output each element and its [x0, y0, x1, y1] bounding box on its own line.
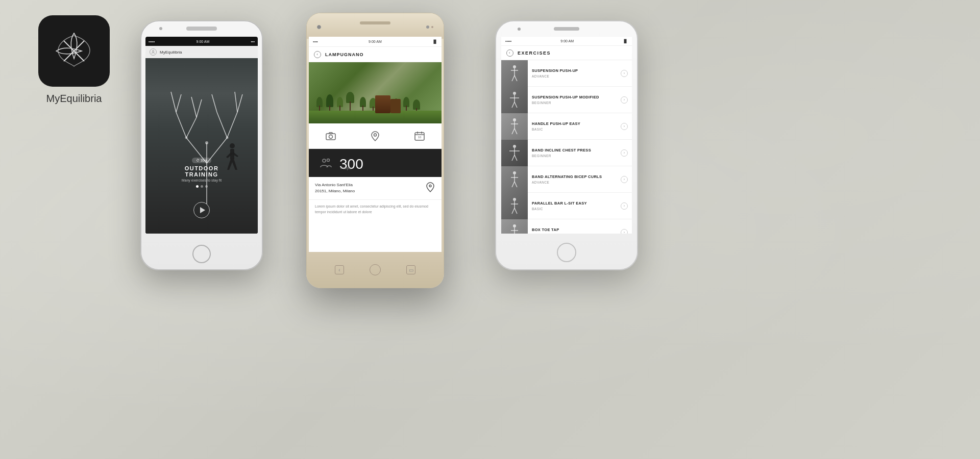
dot-3: [205, 185, 208, 188]
exercise-figure-1: [507, 64, 522, 83]
exercise-chevron-4[interactable]: ›: [621, 149, 628, 157]
exercise-chevron-3[interactable]: ›: [621, 123, 628, 130]
people-section: 300 People: [309, 149, 442, 177]
iphone-screen-left: ••••• 9:00 AM ▪▪▪ MyEquilibria: [145, 37, 258, 234]
exercise-status-bar: ••••• 9:00 AM ▐▌: [501, 37, 632, 46]
samsung-back-button[interactable]: ‹: [314, 51, 321, 58]
outdoor-training-screen: MyEquilibria: [145, 46, 258, 234]
nav-profile-icon[interactable]: [150, 48, 157, 56]
exercise-info-4: BAND INCLINE CHEST PRESS BEGINNER: [528, 148, 621, 158]
exercise-thumb-6: [501, 193, 528, 219]
exercise-thumb-3: [501, 113, 528, 140]
samsung-camera: [317, 25, 321, 29]
iphone-home-button-left[interactable]: [192, 245, 211, 263]
exercise-item-7[interactable]: BOX TOE TAP BEGINNER ›: [501, 219, 632, 234]
svg-point-17: [226, 137, 229, 139]
exercise-thumb-2: [501, 87, 528, 113]
exercise-item-6[interactable]: PARALLEL BAR L-SIT EASY BASIC ›: [501, 193, 632, 219]
exercise-name-7: BOX TOE TAP: [532, 227, 617, 233]
exercise-time: 9:00 AM: [560, 39, 574, 43]
svg-point-36: [513, 92, 516, 95]
phone-iphone-left: ••••• 9:00 AM ▪▪▪ MyEquilibria: [140, 20, 263, 270]
screen1-navbar: MyEquilibria: [145, 46, 258, 58]
exercise-item-3[interactable]: HANDLE PUSH-UP EASY BASIC ›: [501, 113, 632, 140]
svg-line-12: [212, 94, 217, 112]
svg-text:10: 10: [418, 136, 421, 139]
exercises-header: ‹ EXERCISES: [501, 46, 632, 60]
exercise-figure-3: [507, 117, 522, 136]
exercise-info-1: SUSPENSION PUSH-UP ADVANCE: [528, 68, 621, 78]
samsung-back-nav[interactable]: ‹: [335, 265, 344, 274]
svg-point-28: [323, 159, 326, 162]
samsung-home-nav[interactable]: [370, 264, 381, 275]
iphone3-vol-up: [495, 65, 496, 73]
camera-action-icon[interactable]: [325, 130, 337, 142]
exercise-level-1: ADVANCE: [532, 74, 617, 78]
svg-line-13: [235, 92, 237, 112]
people-count-section: 300 People: [339, 156, 363, 170]
iphone-power-btn: [262, 72, 263, 88]
svg-line-35: [514, 75, 517, 81]
calendar-action-icon[interactable]: 10: [413, 130, 426, 142]
iphone-vol-up-btn: [140, 62, 141, 71]
svg-line-44: [512, 129, 514, 134]
app-icon: [38, 15, 110, 87]
exercise-thumb-5: [501, 166, 528, 193]
nav-title-phone1: MyEquilibria: [160, 50, 182, 55]
exercise-thumb-1: [501, 60, 528, 87]
park-image: [309, 62, 442, 123]
profile-icon: [151, 50, 155, 54]
exercises-title: EXERCISES: [518, 50, 551, 56]
exercise-chevron-5[interactable]: ›: [621, 176, 628, 183]
samsung-battery: ▐▌: [432, 40, 437, 43]
samsung-recent-nav[interactable]: ▭: [406, 265, 415, 274]
exercise-item-2[interactable]: SUSPENSION PUSH-UP MODIFIED BEGINNER ›: [501, 87, 632, 113]
address-text: Via Antonio Sant'Elia 20151, Milano, Mil…: [315, 182, 355, 194]
exercise-figure-2: [507, 91, 522, 109]
iphone3-vol-down: [495, 76, 496, 85]
sculpture: [375, 95, 390, 113]
exercise-level-5: ADVANCE: [532, 181, 617, 184]
samsung-top-bar: [307, 13, 444, 39]
exercise-item-4[interactable]: BAND INCLINE CHEST PRESS BEGINNER ›: [501, 140, 632, 166]
screen1-background: MyEquilibria: [145, 46, 258, 234]
samsung-screen: •••• 9:00 AM ▐▌ ‹ LAMPUGNANO: [309, 37, 442, 252]
exercise-chevron-6[interactable]: ›: [621, 202, 628, 210]
play-button[interactable]: [193, 202, 210, 218]
svg-line-34: [512, 75, 514, 81]
iphone3-home-button[interactable]: [557, 243, 576, 262]
exercise-item-1[interactable]: SUSPENSION PUSH-UP ADVANCE ›: [501, 60, 632, 87]
exercise-name-5: BAND ALTERNATING BICEP CURLS: [532, 174, 617, 180]
svg-line-49: [512, 155, 514, 161]
people-icon: [319, 156, 333, 170]
svg-point-15: [205, 141, 208, 144]
svg-line-4: [176, 112, 186, 138]
exercise-chevron-7[interactable]: ›: [621, 229, 628, 234]
exercise-name-2: SUSPENSION PUSH-UP MODIFIED: [532, 95, 617, 100]
exercise-battery: ▐▌: [623, 39, 628, 43]
phone-samsung-center: •••• 9:00 AM ▐▌ ‹ LAMPUGNANO: [306, 13, 444, 288]
signal-phone1: •••••: [149, 40, 155, 43]
exercises-back-button[interactable]: ‹: [506, 49, 513, 57]
exercise-chevron-1[interactable]: ›: [621, 70, 628, 77]
svg-line-5: [186, 117, 197, 138]
svg-point-51: [513, 171, 516, 174]
samsung-actions: 10: [309, 123, 442, 149]
exercise-chevron-2[interactable]: ›: [621, 96, 628, 104]
exercise-name-3: HANDLE PUSH-UP EASY: [532, 121, 617, 126]
status-bar-phone1: ••••• 9:00 AM ▪▪▪: [145, 37, 258, 46]
exercise-info-5: BAND ALTERNATING BICEP CURLS ADVANCE: [528, 174, 621, 184]
training-title: OUTDOOR TRAINING: [174, 165, 230, 177]
svg-point-0: [152, 50, 154, 52]
location-action-icon[interactable]: [369, 130, 381, 142]
svg-line-11: [197, 99, 202, 117]
exercise-name-1: SUSPENSION PUSH-UP: [532, 68, 617, 73]
svg-line-60: [514, 208, 517, 214]
exercise-item-5[interactable]: BAND ALTERNATING BICEP CURLS ADVANCE ›: [501, 166, 632, 193]
exercise-level-4: BEGINNER: [532, 154, 617, 158]
svg-line-40: [514, 102, 517, 108]
svg-line-9: [176, 94, 181, 112]
training-subtitle: Many exercises to stay fit: [174, 178, 230, 182]
svg-line-10: [191, 97, 197, 117]
svg-line-7: [227, 112, 237, 138]
